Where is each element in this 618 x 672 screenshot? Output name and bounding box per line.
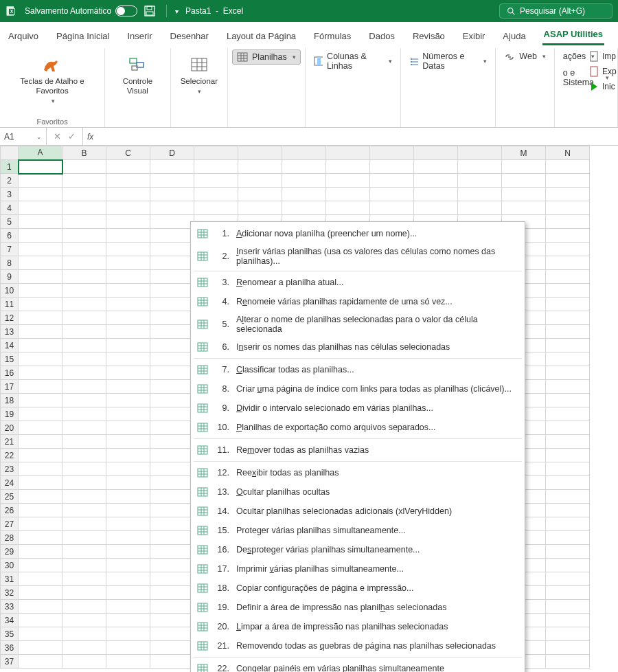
tab-inserir[interactable]: Inserir [126, 27, 153, 45]
row-header[interactable]: 27 [1, 517, 19, 531]
cell[interactable] [106, 284, 150, 298]
cell[interactable] [62, 201, 106, 215]
menu-item[interactable]: 10.Planilhas de exportação como arquivos… [191, 418, 525, 437]
cell[interactable] [546, 201, 590, 215]
cell[interactable] [546, 517, 590, 531]
menu-item[interactable]: 13.Ocultar planilhas ocultas [191, 482, 525, 502]
cell[interactable] [150, 311, 194, 325]
cell[interactable] [458, 160, 502, 174]
cell[interactable] [62, 284, 106, 298]
tab-desenhar[interactable]: Desenhar [169, 27, 210, 45]
shortcuts-favorites-button[interactable]: Teclas de Atalho e Favoritos ▾ [7, 51, 98, 107]
cell[interactable] [62, 325, 106, 339]
menu-item[interactable]: 19.Definir a área de impressão nas plani… [191, 598, 525, 617]
menu-item[interactable]: 17.Imprimir várias planilhas simultaneam… [191, 559, 525, 579]
cell[interactable] [458, 174, 502, 188]
row-header[interactable]: 24 [1, 476, 19, 490]
cell[interactable] [19, 160, 62, 174]
cell[interactable] [62, 435, 106, 449]
cell[interactable] [19, 380, 62, 394]
row-header[interactable]: 22 [1, 449, 19, 462]
cell[interactable] [62, 174, 106, 188]
cell[interactable] [19, 586, 62, 600]
cell[interactable] [106, 627, 150, 641]
column-header[interactable] [194, 146, 238, 160]
menu-item[interactable]: 1.Adicionar nova planilha (preencher um … [191, 224, 525, 243]
cell[interactable] [238, 174, 282, 188]
cell[interactable] [150, 407, 194, 421]
confirm-icon[interactable]: ✓ [65, 131, 78, 142]
cell[interactable] [19, 517, 62, 531]
cell[interactable] [106, 559, 150, 572]
cell[interactable] [62, 352, 106, 366]
cell[interactable] [62, 188, 106, 201]
menu-item[interactable]: 9.Dividir o intervalo selecionado em vár… [191, 399, 525, 418]
column-header[interactable] [370, 146, 414, 160]
cell[interactable] [19, 174, 62, 188]
cell[interactable] [19, 627, 62, 641]
cell[interactable] [546, 449, 590, 462]
menu-item[interactable]: 22.Congelar painéis em várias planilhas … [191, 659, 525, 672]
cell[interactable] [150, 559, 194, 572]
cell[interactable] [106, 586, 150, 600]
cell[interactable] [19, 641, 62, 655]
cell[interactable] [546, 462, 590, 476]
planilhas-button[interactable]: Planilhas▾ [232, 49, 301, 65]
row-header[interactable]: 26 [1, 504, 19, 517]
cell[interactable] [62, 572, 106, 586]
qa-dropdown-icon[interactable]: ▾ [175, 8, 179, 15]
cell[interactable] [62, 298, 106, 311]
cell[interactable] [150, 641, 194, 655]
cell[interactable] [150, 188, 194, 201]
cell[interactable] [62, 531, 106, 545]
cell[interactable] [19, 421, 62, 435]
cell[interactable] [546, 229, 590, 243]
column-header[interactable] [282, 146, 326, 160]
row-header[interactable]: 10 [1, 284, 19, 298]
cell[interactable] [194, 188, 238, 201]
cell[interactable] [546, 407, 590, 421]
cell[interactable] [326, 160, 370, 174]
row-header[interactable]: 7 [1, 243, 19, 256]
row-header[interactable]: 34 [1, 614, 19, 627]
cell[interactable] [19, 545, 62, 559]
cell[interactable] [546, 641, 590, 655]
cell[interactable] [106, 641, 150, 655]
start-button[interactable]: Inic [588, 81, 617, 92]
cell[interactable] [19, 298, 62, 311]
row-header[interactable]: 20 [1, 421, 19, 435]
cell[interactable] [546, 655, 590, 669]
row-header[interactable]: 29 [1, 545, 19, 559]
cell[interactable] [62, 449, 106, 462]
cell[interactable] [150, 298, 194, 311]
column-header[interactable] [458, 146, 502, 160]
tab-layout-da-p-gina[interactable]: Layout da Página [225, 27, 297, 45]
cell[interactable] [150, 476, 194, 490]
cell[interactable] [546, 339, 590, 352]
toggle-switch[interactable] [115, 5, 137, 16]
cell[interactable] [150, 201, 194, 215]
cell[interactable] [414, 188, 458, 201]
row-header[interactable]: 30 [1, 559, 19, 572]
cell[interactable] [19, 476, 62, 490]
cell[interactable] [62, 215, 106, 229]
row-header[interactable]: 13 [1, 325, 19, 339]
cell[interactable] [370, 174, 414, 188]
cell[interactable] [106, 174, 150, 188]
cell[interactable] [150, 215, 194, 229]
select-button[interactable]: Selecionar ▾ [178, 51, 220, 98]
cell[interactable] [546, 572, 590, 586]
cell[interactable] [370, 188, 414, 201]
cell[interactable] [19, 462, 62, 476]
menu-item[interactable]: 16.Desproteger várias planilhas simultan… [191, 540, 525, 559]
cell[interactable] [106, 188, 150, 201]
cell[interactable] [546, 559, 590, 572]
row-header[interactable]: 2 [1, 174, 19, 188]
cell[interactable] [150, 572, 194, 586]
visual-control-button[interactable]: Controle Visual [112, 51, 163, 99]
cancel-icon[interactable]: ✕ [51, 131, 64, 142]
cell[interactable] [106, 215, 150, 229]
cell[interactable] [106, 614, 150, 627]
cell[interactable] [282, 160, 326, 174]
row-header[interactable]: 18 [1, 394, 19, 407]
